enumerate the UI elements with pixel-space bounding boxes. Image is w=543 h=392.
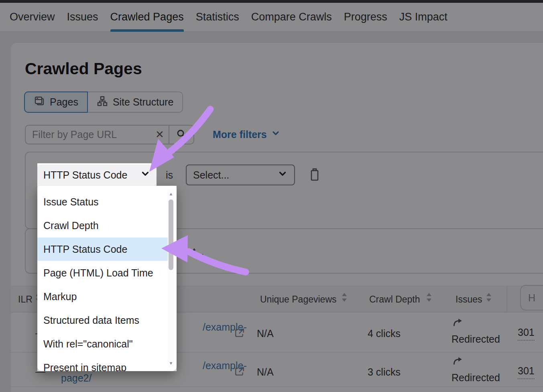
tab-js-impact[interactable]: JS Impact (399, 2, 447, 32)
chevron-down-icon (271, 128, 281, 140)
site-structure-icon (97, 95, 108, 109)
column-header-crawl-depth[interactable]: Crawl Depth (369, 294, 420, 305)
toggle-site-structure-label: Site Structure (113, 96, 173, 108)
pages-icon (34, 95, 45, 109)
menu-item-markup[interactable]: Markup (37, 285, 169, 308)
tab-issues[interactable]: Issues (67, 2, 98, 32)
external-link-icon[interactable] (234, 366, 245, 378)
scroll-down-icon[interactable]: ▼ (168, 361, 174, 366)
more-filters-link[interactable]: More filters (213, 128, 281, 140)
column-header-unique-pageviews[interactable]: Unique Pageviews (260, 294, 337, 305)
chevron-down-icon (140, 169, 150, 181)
view-toggle: Pages Site Structure (24, 91, 183, 113)
sort-icon[interactable] (486, 292, 492, 304)
trash-icon (309, 176, 321, 183)
http-code-value[interactable]: 301 (518, 327, 535, 341)
page-title: Crawled Pages (25, 59, 142, 78)
menu-item-with-rel-canonical[interactable]: With rel="canonical" (37, 332, 169, 355)
row-divider (11, 386, 543, 387)
chevron-down-icon (277, 169, 288, 181)
unique-pageviews-value: N/A (257, 328, 274, 339)
filter-value-select[interactable]: Select... (186, 165, 295, 185)
toggle-site-structure-button[interactable]: Site Structure (88, 91, 183, 113)
column-header-http-code[interactable]: H (520, 285, 543, 311)
tab-statistics[interactable]: Statistics (196, 2, 239, 32)
menu-item-issue-status[interactable]: Issue Status (37, 190, 169, 213)
column-divider (506, 286, 507, 312)
search-button[interactable] (169, 126, 193, 144)
filter-attribute-menu: Issue Status Crawl Depth HTTP Status Cod… (37, 186, 177, 371)
external-link-icon[interactable] (234, 328, 245, 340)
filter-value-placeholder: Select... (193, 169, 277, 181)
menu-scrollbar[interactable]: ▲ ▼ (168, 189, 174, 368)
more-filters-label: More filters (213, 129, 267, 140)
redirect-icon (452, 318, 463, 330)
toggle-pages-button[interactable]: Pages (24, 91, 88, 113)
url-filter-field[interactable] (26, 126, 151, 144)
redirect-icon (452, 356, 463, 368)
column-header-issues[interactable]: Issues (456, 294, 482, 305)
issues-value: Redirected (451, 372, 500, 384)
http-code-value[interactable]: 301 (518, 365, 535, 379)
report-tabbar: Overview Issues Crawled Pages Statistics… (0, 3, 543, 32)
tab-overview[interactable]: Overview (10, 2, 55, 32)
column-header-ilr[interactable]: ILR (18, 294, 33, 305)
scrollbar-thumb[interactable] (169, 199, 173, 270)
crawl-depth-value: 4 clicks (368, 328, 401, 339)
unique-pageviews-value: N/A (257, 366, 274, 378)
menu-item-structured-data-items[interactable]: Structured data Items (37, 309, 169, 332)
tab-progress[interactable]: Progress (344, 2, 387, 32)
filter-attribute-dropdown[interactable]: HTTP Status Code (37, 165, 157, 185)
site-audit-crawled-pages-screen: Overview Issues Crawled Pages Statistics… (0, 0, 543, 392)
issues-value: Redirected (451, 333, 500, 345)
filter-operator-label: is (166, 169, 173, 181)
menu-item-page-load-time[interactable]: Page (HTML) Load Time (37, 261, 169, 284)
menu-item-http-status-code[interactable]: HTTP Status Code (37, 238, 169, 261)
tab-crawled-pages[interactable]: Crawled Pages (110, 2, 184, 32)
toggle-pages-label: Pages (50, 96, 78, 108)
crawl-depth-value: 3 clicks (368, 366, 401, 378)
search-input[interactable] (32, 129, 146, 140)
sort-icon[interactable] (342, 292, 347, 304)
menu-item-present-in-sitemap[interactable]: Present in sitemap (37, 356, 169, 371)
scroll-up-icon[interactable]: ▲ (168, 191, 174, 196)
page-url-link-line2[interactable]: page2/ (61, 372, 92, 384)
url-filter-unit: ✕ (25, 125, 194, 144)
tab-compare-crawls[interactable]: Compare Crawls (251, 2, 332, 32)
delete-filter-button[interactable] (309, 168, 321, 183)
sort-icon[interactable] (426, 292, 432, 304)
filter-attribute-label: HTTP Status Code (43, 169, 134, 181)
search-icon (176, 129, 187, 141)
menu-item-crawl-depth[interactable]: Crawl Depth (37, 214, 169, 237)
clear-icon[interactable]: ✕ (151, 126, 169, 144)
